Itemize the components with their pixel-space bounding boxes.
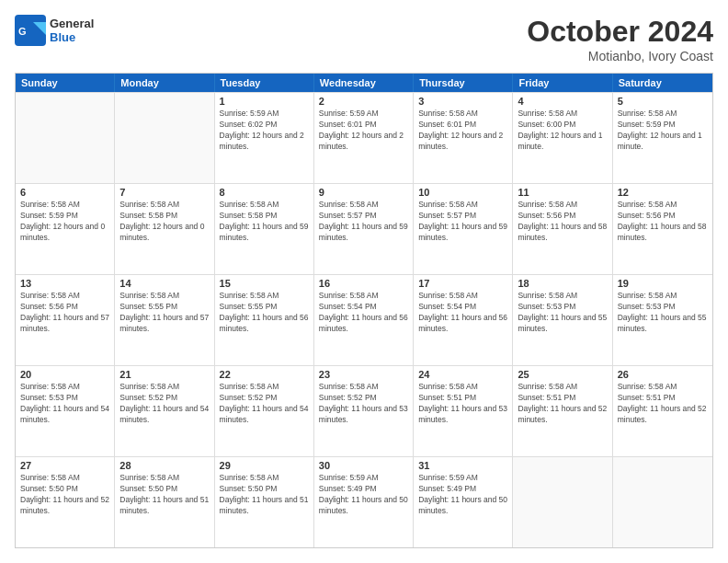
header-friday: Friday [513,74,612,92]
day-cell-7: 7Sunrise: 5:58 AMSunset: 5:58 PMDaylight… [115,184,214,274]
day-number: 15 [220,278,309,289]
day-number: 23 [319,369,408,380]
calendar-header: Sunday Monday Tuesday Wednesday Thursday… [16,74,712,92]
day-cell-10: 10Sunrise: 5:58 AMSunset: 5:57 PMDayligh… [414,184,513,274]
day-cell-27: 27Sunrise: 5:58 AMSunset: 5:50 PMDayligh… [16,457,115,547]
day-info: Sunrise: 5:59 AMSunset: 6:01 PMDaylight:… [319,109,408,153]
calendar: Sunday Monday Tuesday Wednesday Thursday… [15,73,713,548]
week-4: 20Sunrise: 5:58 AMSunset: 5:53 PMDayligh… [16,365,712,456]
day-cell-8: 8Sunrise: 5:58 AMSunset: 5:58 PMDaylight… [215,184,314,274]
empty-cell [613,457,712,547]
day-info: Sunrise: 5:58 AMSunset: 5:52 PMDaylight:… [119,382,209,426]
day-info: Sunrise: 5:58 AMSunset: 5:54 PMDaylight:… [319,291,408,335]
day-cell-2: 2Sunrise: 5:59 AMSunset: 6:01 PMDaylight… [314,93,414,183]
day-info: Sunrise: 5:58 AMSunset: 5:54 PMDaylight:… [418,291,507,335]
day-info: Sunrise: 5:59 AMSunset: 5:49 PMDaylight:… [319,473,408,517]
logo-icon: G [15,15,46,46]
week-1: 1Sunrise: 5:59 AMSunset: 6:02 PMDaylight… [16,92,712,183]
day-info: Sunrise: 5:58 AMSunset: 5:50 PMDaylight:… [220,473,309,517]
day-cell-5: 5Sunrise: 5:58 AMSunset: 5:59 PMDaylight… [613,93,712,183]
day-info: Sunrise: 5:58 AMSunset: 5:55 PMDaylight:… [220,291,309,335]
day-info: Sunrise: 5:58 AMSunset: 5:53 PMDaylight:… [518,291,607,335]
week-3: 13Sunrise: 5:58 AMSunset: 5:56 PMDayligh… [16,274,712,365]
day-cell-14: 14Sunrise: 5:58 AMSunset: 5:55 PMDayligh… [115,275,214,365]
day-number: 19 [618,278,708,289]
day-number: 31 [418,460,507,471]
day-number: 20 [20,369,109,380]
day-number: 3 [418,96,507,107]
logo: G General Blue [15,15,94,46]
day-info: Sunrise: 5:58 AMSunset: 5:53 PMDaylight:… [20,382,109,426]
logo-blue: Blue [50,30,94,44]
day-info: Sunrise: 5:58 AMSunset: 5:52 PMDaylight:… [319,382,408,426]
day-cell-1: 1Sunrise: 5:59 AMSunset: 6:02 PMDaylight… [215,93,314,183]
day-number: 7 [119,187,209,198]
day-number: 22 [220,369,309,380]
day-number: 27 [20,460,109,471]
day-cell-30: 30Sunrise: 5:59 AMSunset: 5:49 PMDayligh… [314,457,414,547]
day-cell-6: 6Sunrise: 5:58 AMSunset: 5:59 PMDaylight… [16,184,115,274]
day-info: Sunrise: 5:58 AMSunset: 6:01 PMDaylight:… [418,109,507,153]
header-wednesday: Wednesday [314,74,414,92]
day-info: Sunrise: 5:58 AMSunset: 5:58 PMDaylight:… [220,200,309,244]
day-info: Sunrise: 5:58 AMSunset: 5:57 PMDaylight:… [319,200,408,244]
day-cell-18: 18Sunrise: 5:58 AMSunset: 5:53 PMDayligh… [513,275,612,365]
header-tuesday: Tuesday [215,74,314,92]
day-cell-17: 17Sunrise: 5:58 AMSunset: 5:54 PMDayligh… [414,275,513,365]
empty-cell [513,457,612,547]
day-number: 29 [220,460,309,471]
title-section: October 2024 Motianbo, Ivory Coast [527,15,713,63]
location-subtitle: Motianbo, Ivory Coast [527,49,713,63]
calendar-body: 1Sunrise: 5:59 AMSunset: 6:02 PMDaylight… [16,92,712,547]
header-sunday: Sunday [16,74,115,92]
day-cell-13: 13Sunrise: 5:58 AMSunset: 5:56 PMDayligh… [16,275,115,365]
day-info: Sunrise: 5:58 AMSunset: 5:51 PMDaylight:… [518,382,607,426]
day-number: 21 [119,369,209,380]
header: G General Blue October 2024 Motianbo, Iv… [15,15,713,63]
empty-cell [16,93,115,183]
page: G General Blue October 2024 Motianbo, Iv… [0,0,728,563]
svg-text:G: G [18,26,27,37]
day-info: Sunrise: 5:58 AMSunset: 5:56 PMDaylight:… [20,291,109,335]
day-cell-3: 3Sunrise: 5:58 AMSunset: 6:01 PMDaylight… [414,93,513,183]
day-number: 16 [319,278,408,289]
day-cell-15: 15Sunrise: 5:58 AMSunset: 5:55 PMDayligh… [215,275,314,365]
day-number: 6 [20,187,109,198]
logo-general: General [50,17,94,30]
day-number: 1 [220,96,309,107]
day-info: Sunrise: 5:58 AMSunset: 5:51 PMDaylight:… [418,382,507,426]
day-number: 4 [518,96,607,107]
day-info: Sunrise: 5:58 AMSunset: 5:58 PMDaylight:… [119,200,209,244]
week-5: 27Sunrise: 5:58 AMSunset: 5:50 PMDayligh… [16,456,712,547]
day-number: 5 [618,96,708,107]
day-number: 13 [20,278,109,289]
empty-cell [115,93,214,183]
day-number: 8 [220,187,309,198]
day-cell-16: 16Sunrise: 5:58 AMSunset: 5:54 PMDayligh… [314,275,414,365]
day-number: 14 [119,278,209,289]
day-info: Sunrise: 5:58 AMSunset: 5:55 PMDaylight:… [119,291,209,335]
day-cell-23: 23Sunrise: 5:58 AMSunset: 5:52 PMDayligh… [314,366,414,456]
day-number: 10 [418,187,507,198]
day-cell-21: 21Sunrise: 5:58 AMSunset: 5:52 PMDayligh… [115,366,214,456]
day-number: 17 [418,278,507,289]
day-cell-20: 20Sunrise: 5:58 AMSunset: 5:53 PMDayligh… [16,366,115,456]
day-info: Sunrise: 5:58 AMSunset: 5:56 PMDaylight:… [518,200,607,244]
header-monday: Monday [115,74,214,92]
day-number: 24 [418,369,507,380]
day-number: 18 [518,278,607,289]
day-cell-26: 26Sunrise: 5:58 AMSunset: 5:51 PMDayligh… [613,366,712,456]
week-2: 6Sunrise: 5:58 AMSunset: 5:59 PMDaylight… [16,183,712,274]
day-cell-24: 24Sunrise: 5:58 AMSunset: 5:51 PMDayligh… [414,366,513,456]
day-cell-29: 29Sunrise: 5:58 AMSunset: 5:50 PMDayligh… [215,457,314,547]
day-number: 2 [319,96,408,107]
day-number: 28 [119,460,209,471]
day-cell-4: 4Sunrise: 5:58 AMSunset: 6:00 PMDaylight… [513,93,612,183]
day-info: Sunrise: 5:58 AMSunset: 5:52 PMDaylight:… [220,382,309,426]
day-info: Sunrise: 5:58 AMSunset: 5:50 PMDaylight:… [119,473,209,517]
day-number: 11 [518,187,607,198]
day-cell-25: 25Sunrise: 5:58 AMSunset: 5:51 PMDayligh… [513,366,612,456]
day-info: Sunrise: 5:58 AMSunset: 5:51 PMDaylight:… [618,382,708,426]
day-cell-31: 31Sunrise: 5:59 AMSunset: 5:49 PMDayligh… [414,457,513,547]
month-title: October 2024 [527,15,713,49]
